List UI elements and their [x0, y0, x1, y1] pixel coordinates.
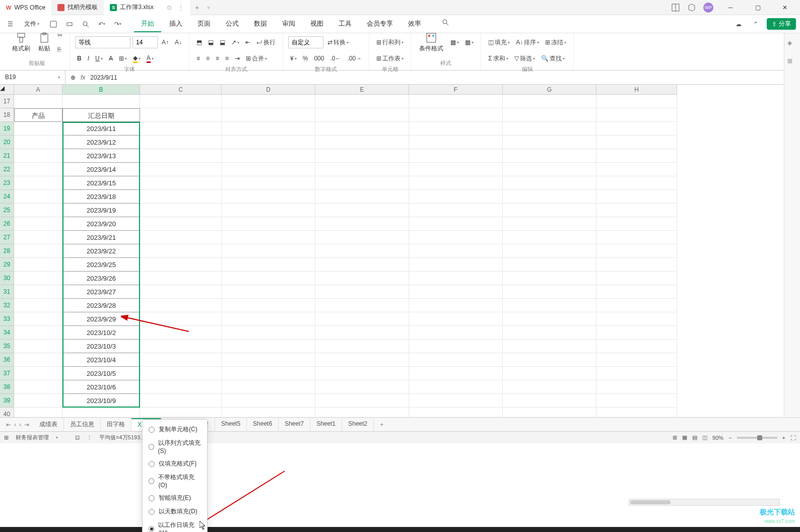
row-header-36[interactable]: 36: [0, 353, 14, 367]
cell-C26[interactable]: [140, 217, 222, 231]
row-header-22[interactable]: 22: [0, 163, 14, 176]
cell-A26[interactable]: [14, 217, 62, 231]
indent-increase-icon[interactable]: ⇥: [233, 52, 242, 64]
cell-F23[interactable]: [409, 176, 503, 190]
template-tab[interactable]: 找稻壳模板: [51, 0, 104, 15]
cell-F37[interactable]: [409, 367, 503, 380]
cond-format-button[interactable]: 条件格式: [416, 30, 446, 55]
user-avatar[interactable]: WP: [703, 3, 713, 13]
align-left-icon[interactable]: ≡: [194, 52, 202, 64]
align-top-icon[interactable]: ⬒: [194, 36, 204, 48]
sheet-last-icon[interactable]: ⇥: [24, 421, 29, 428]
cell-A18[interactable]: 产品: [14, 108, 62, 122]
row-header-26[interactable]: 26: [0, 217, 14, 231]
cell-E26[interactable]: [315, 217, 409, 231]
cell-F27[interactable]: [409, 231, 503, 244]
row-header-28[interactable]: 28: [0, 244, 14, 258]
sheet-next-icon[interactable]: ›: [19, 421, 21, 428]
cell-A34[interactable]: [14, 326, 62, 340]
cell-A39[interactable]: [14, 394, 62, 408]
select-all-corner[interactable]: ◢: [0, 85, 14, 95]
cell-E39[interactable]: [315, 394, 409, 408]
cell-G32[interactable]: [503, 299, 596, 312]
cells-area[interactable]: 产品汇总日期2023/9/112023/9/122023/9/132023/9/…: [14, 95, 677, 417]
search-icon[interactable]: [439, 16, 451, 28]
cell-E31[interactable]: [315, 285, 409, 299]
cell-A40[interactable]: [14, 408, 62, 417]
cell-B37[interactable]: 2023/10/5: [62, 367, 140, 380]
cell-C34[interactable]: [140, 326, 222, 340]
maximize-button[interactable]: ▢: [748, 0, 768, 15]
cell-G34[interactable]: [503, 326, 596, 340]
cell-F36[interactable]: [409, 353, 503, 367]
tab-vip[interactable]: 会员专享: [360, 16, 400, 32]
cell-A38[interactable]: [14, 380, 62, 394]
fill-option-4[interactable]: 智能填充(E): [143, 491, 207, 505]
cell-D28[interactable]: [222, 244, 315, 258]
cell-E35[interactable]: [315, 340, 409, 353]
cell-H17[interactable]: [596, 95, 677, 108]
sheet-tab-0[interactable]: 成绩表: [33, 418, 64, 431]
cell-H33[interactable]: [596, 312, 677, 326]
row-header-20[interactable]: 20: [0, 136, 14, 149]
cell-A24[interactable]: [14, 190, 62, 204]
cell-G28[interactable]: [503, 244, 596, 258]
cell-F25[interactable]: [409, 204, 503, 217]
cell-A22[interactable]: [14, 163, 62, 176]
col-header-H[interactable]: H: [596, 85, 677, 95]
view-layout-icon[interactable]: ▦: [682, 434, 687, 441]
cell-F21[interactable]: [409, 149, 503, 163]
cell-C24[interactable]: [140, 190, 222, 204]
undo-icon[interactable]: ↶▾: [96, 18, 108, 30]
cell-D26[interactable]: [222, 217, 315, 231]
cell-G39[interactable]: [503, 394, 596, 408]
cell-B32[interactable]: 2023/9/28: [62, 299, 140, 312]
cell-D37[interactable]: [222, 367, 315, 380]
fill-option-3[interactable]: 不带格式填充(O): [143, 471, 207, 491]
fill-option-1[interactable]: 以序列方式填充(S): [143, 436, 207, 457]
cell-F26[interactable]: [409, 217, 503, 231]
row-header-24[interactable]: 24: [0, 190, 14, 204]
cell-B33[interactable]: 2023/9/29: [62, 312, 140, 326]
zoom-formula-icon[interactable]: ⊕: [71, 74, 76, 81]
cell-E27[interactable]: [315, 231, 409, 244]
merge-button[interactable]: ⊞ 合并▾: [244, 52, 269, 64]
cell-F38[interactable]: [409, 380, 503, 394]
cell-A37[interactable]: [14, 367, 62, 380]
cell-A20[interactable]: [14, 136, 62, 149]
fill-option-5[interactable]: 以天数填充(D): [143, 505, 207, 518]
print-icon[interactable]: [63, 18, 76, 30]
row-header-21[interactable]: 21: [0, 149, 14, 163]
view-mode-icon[interactable]: ◫: [702, 434, 707, 441]
font-color-icon[interactable]: A▾: [145, 52, 156, 64]
zoom-slider[interactable]: [737, 437, 777, 439]
view-page-icon[interactable]: ▤: [692, 434, 697, 441]
row-header-37[interactable]: 37: [0, 367, 14, 380]
align-middle-icon[interactable]: ⬓: [206, 36, 216, 48]
row-header-35[interactable]: 35: [0, 340, 14, 353]
col-header-G[interactable]: G: [503, 85, 596, 95]
cell-A29[interactable]: [14, 258, 62, 272]
row-header-34[interactable]: 34: [0, 326, 14, 340]
cell-C22[interactable]: [140, 163, 222, 176]
cell-E30[interactable]: [315, 272, 409, 285]
sum-button[interactable]: Σ 求和▾: [486, 52, 510, 64]
cell-C20[interactable]: [140, 136, 222, 149]
fx-icon[interactable]: fx: [81, 74, 85, 81]
cell-A21[interactable]: [14, 149, 62, 163]
cell-F18[interactable]: [409, 108, 503, 122]
cell-H39[interactable]: [596, 394, 677, 408]
cell-E38[interactable]: [315, 380, 409, 394]
tab-page[interactable]: 页面: [190, 16, 218, 32]
cell-C32[interactable]: [140, 299, 222, 312]
file-menu[interactable]: 文件▾: [20, 20, 43, 28]
cell-H35[interactable]: [596, 340, 677, 353]
add-tab-button[interactable]: +: [190, 4, 204, 12]
hamburger-icon[interactable]: ☰: [4, 18, 16, 30]
cell-A36[interactable]: [14, 353, 62, 367]
cloud-icon[interactable]: ☁: [732, 18, 745, 30]
cell-H24[interactable]: [596, 190, 677, 204]
col-header-E[interactable]: E: [315, 85, 409, 95]
row-header-17[interactable]: 17: [0, 95, 14, 108]
cell-A35[interactable]: [14, 340, 62, 353]
